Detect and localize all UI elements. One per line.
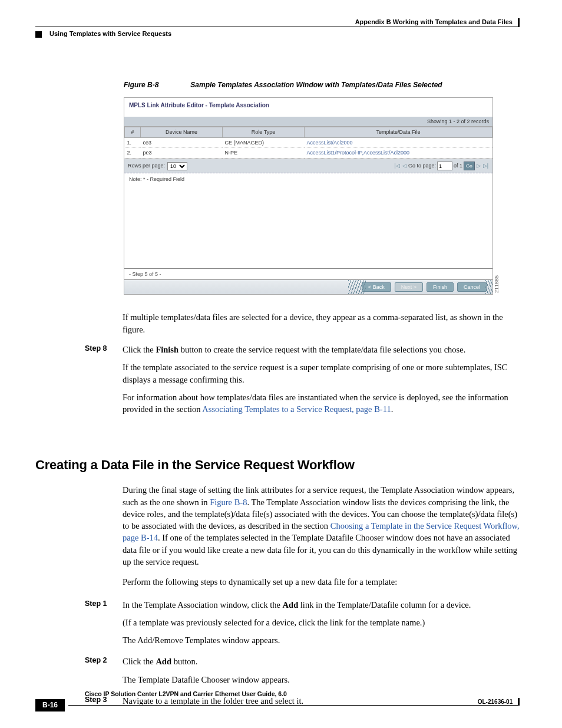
table-row: 1. ce3 CE (MANAGED) AccessList/Acl2000 [125, 137, 492, 148]
hatch-decoration [348, 280, 366, 294]
col-device: Device Name [141, 127, 223, 138]
pager: Rows per page: 10 |◁ ◁ Go to page: of 1 … [124, 159, 492, 173]
step-text: In the Template Association window, clic… [123, 599, 520, 611]
col-template: Template/Data File [305, 127, 492, 138]
step-text: The Add/Remove Templates window appears. [123, 634, 520, 646]
header-marker-right [518, 18, 520, 27]
header-section: Using Templates with Service Requests [49, 30, 171, 37]
first-page-icon[interactable]: |◁ [394, 162, 401, 170]
footer-marker [518, 698, 520, 706]
step-text: Click the Finish button to create the se… [123, 344, 520, 355]
step-text: (If a template was previously selected f… [123, 617, 520, 628]
next-button: Next > [395, 282, 423, 292]
template-link[interactable]: AccessList/Acl2000 [305, 137, 492, 148]
body-paragraph: Perform the following steps to dynamical… [123, 576, 520, 588]
back-button[interactable]: < Back [362, 282, 391, 292]
image-id: 211885 [493, 275, 501, 293]
col-role: Role Type [223, 127, 305, 138]
col-num: # [125, 127, 141, 138]
screenshot-window: MPLS Link Attribute Editor - Template As… [124, 97, 493, 295]
footer-doc-title: Cisco IP Solution Center L2VPN and Carri… [85, 690, 520, 699]
step-label: Step 1 [85, 599, 123, 653]
table-row: 2. pe3 N-PE AccessList1/Protocol-IP,Acce… [125, 148, 492, 159]
header-appendix: Appendix B Working with Templates and Da… [355, 18, 513, 25]
required-note: Note: * - Required Field [124, 173, 492, 186]
template-link[interactable]: AccessList1/Protocol-IP,AccessList/Acl20… [305, 148, 492, 159]
header-marker-left [35, 31, 42, 38]
rows-per-page-select[interactable]: 10 [167, 162, 187, 170]
prev-page-icon[interactable]: ◁ [402, 162, 407, 170]
page-footer: Cisco IP Solution Center L2VPN and Carri… [35, 690, 520, 711]
step-text: The Template Datafile Chooser window app… [123, 674, 520, 686]
finish-button[interactable]: Finish [427, 282, 454, 292]
last-page-icon[interactable]: ▷| [482, 162, 489, 170]
hatch-decoration [485, 280, 492, 294]
figure-title: Sample Templates Association Window with… [190, 81, 442, 89]
doc-id: OL-21636-01 [478, 699, 513, 705]
step-text: If the template associated to the servic… [123, 361, 520, 386]
next-page-icon[interactable]: ▷ [476, 162, 481, 170]
body-paragraph: If multiple templates/data files are sel… [123, 311, 520, 335]
window-title: MPLS Link Attribute Editor - Template As… [124, 98, 492, 117]
section-heading: Creating a Data File in the Service Requ… [35, 456, 520, 475]
figure-caption: Figure B-8 Sample Templates Association … [124, 80, 520, 90]
step-label: Step 2 [85, 655, 123, 691]
goto-page-input[interactable] [437, 162, 452, 170]
step-text: For information about how templates/data… [123, 391, 520, 416]
go-button[interactable]: Go [464, 162, 475, 170]
cancel-button[interactable]: Cancel [457, 282, 487, 292]
rows-per-page-label: Rows per page: [128, 162, 165, 170]
goto-page-label: Go to page: [408, 162, 436, 170]
step-label: Step 8 [85, 344, 123, 421]
cross-ref-link[interactable]: Associating Templates to a Service Reque… [202, 404, 391, 414]
page-number: B-16 [35, 699, 65, 711]
template-table: # Device Name Role Type Template/Data Fi… [124, 127, 492, 159]
page-of-label: of 1 [454, 162, 462, 170]
header-rule [35, 27, 520, 27]
body-paragraph: During the final stage of setting the li… [123, 484, 520, 568]
wizard-step-label: - Step 5 of 5 - [124, 269, 492, 281]
step-text: Click the Add button. [123, 655, 520, 667]
figure-ref-link[interactable]: Figure B-8 [210, 498, 247, 507]
record-count: Showing 1 - 2 of 2 records [427, 118, 489, 126]
figure-number: Figure B-8 [124, 80, 189, 90]
